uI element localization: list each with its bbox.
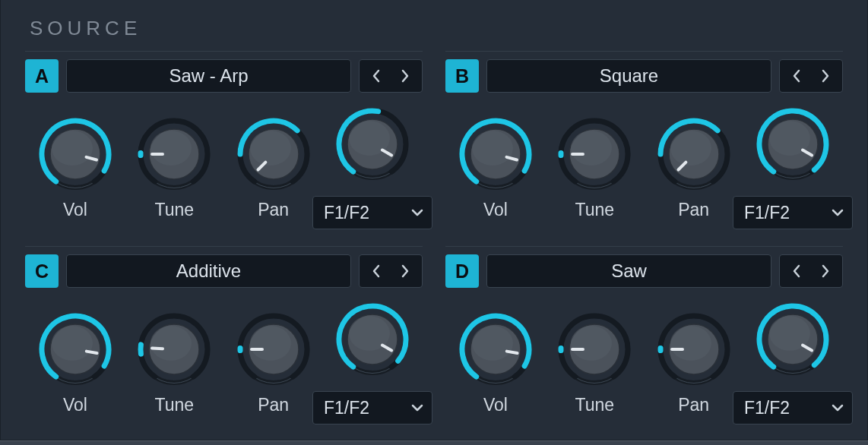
knob-cell-pan: Pan	[648, 118, 740, 220]
source-badge-c[interactable]: C	[25, 254, 59, 288]
knob-row: VolTunePanF1/F2	[25, 108, 423, 229]
source-d: DSawVolTunePanF1/F2	[445, 246, 843, 429]
source-preset-name[interactable]: Saw	[486, 254, 771, 288]
filter-knob[interactable]	[756, 303, 829, 376]
chevron-left-icon[interactable]	[787, 264, 806, 278]
source-preset-nav	[359, 254, 423, 288]
knob-label: Tune	[155, 395, 195, 415]
vol-knob[interactable]	[39, 118, 112, 191]
knob-row: VolTunePanF1/F2	[445, 108, 843, 229]
filter-route-select[interactable]: F1/F2	[733, 196, 853, 229]
svg-line-53	[87, 351, 97, 352]
knob-label: Tune	[575, 395, 615, 415]
knob-label: Vol	[63, 395, 87, 415]
filter-knob[interactable]	[756, 108, 829, 181]
knob-label: Vol	[483, 395, 508, 415]
source-badge-a[interactable]: A	[25, 59, 59, 93]
tune-knob[interactable]	[138, 118, 211, 191]
tune-knob[interactable]	[558, 313, 631, 386]
chevron-down-icon	[831, 207, 844, 218]
tune-knob[interactable]	[138, 313, 211, 386]
tune-knob[interactable]	[558, 118, 631, 191]
svg-point-28	[472, 131, 513, 166]
source-preset-name[interactable]: Square	[486, 59, 771, 93]
filter-knob[interactable]	[336, 303, 409, 376]
knob-cell-tune: Tune	[549, 313, 640, 415]
knob-row: VolTunePanF1/F2	[445, 303, 843, 424]
source-preset-nav	[359, 59, 423, 93]
chevron-left-icon[interactable]	[366, 69, 386, 83]
section-title: SOURCE	[30, 17, 843, 40]
source-c: CAdditiveVolTunePanF1/F2	[25, 246, 423, 429]
knob-cell-route: F1/F2	[747, 303, 838, 424]
filter-knob[interactable]	[336, 108, 409, 181]
knob-label: Pan	[258, 200, 289, 220]
knob-label: Pan	[678, 200, 709, 220]
svg-point-58	[150, 326, 192, 361]
source-badge-b[interactable]: B	[445, 59, 479, 93]
knob-cell-route: F1/F2	[747, 108, 838, 229]
filter-route-select[interactable]: F1/F2	[312, 196, 432, 229]
bottom-divider	[0, 440, 868, 445]
filter-route-value: F1/F2	[324, 398, 369, 418]
source-header: ASaw - Arp	[25, 59, 423, 93]
chevron-left-icon[interactable]	[366, 264, 386, 278]
pan-knob[interactable]	[237, 118, 310, 191]
chevron-right-icon[interactable]	[395, 264, 415, 278]
source-header: BSquare	[445, 59, 843, 93]
pan-knob[interactable]	[657, 118, 730, 191]
knob-cell-vol: Vol	[30, 118, 121, 220]
knob-label: Pan	[678, 395, 709, 415]
source-header: CAdditive	[25, 254, 423, 288]
filter-route-value: F1/F2	[324, 203, 369, 223]
knob-label: Vol	[483, 200, 508, 220]
vol-knob[interactable]	[459, 313, 532, 386]
knob-row: VolTunePanF1/F2	[25, 303, 423, 424]
knob-cell-pan: Pan	[648, 313, 740, 415]
knob-label: Tune	[155, 200, 195, 220]
chevron-down-icon	[410, 402, 424, 413]
svg-point-64	[250, 326, 291, 361]
chevron-down-icon	[410, 207, 424, 218]
svg-point-88	[670, 326, 711, 361]
source-preset-nav	[779, 59, 843, 93]
chevron-down-icon	[831, 402, 844, 413]
knob-cell-tune: Tune	[549, 118, 640, 220]
filter-route-select[interactable]: F1/F2	[733, 391, 853, 424]
svg-point-82	[571, 326, 612, 361]
svg-line-77	[507, 351, 518, 352]
pan-knob[interactable]	[657, 313, 730, 386]
knob-cell-vol: Vol	[30, 313, 121, 415]
vol-knob[interactable]	[39, 313, 112, 386]
knob-cell-route: F1/F2	[327, 108, 418, 229]
source-b: BSquareVolTunePanF1/F2	[445, 51, 843, 234]
vol-knob[interactable]	[459, 118, 532, 191]
chevron-left-icon[interactable]	[787, 69, 806, 83]
filter-route-select[interactable]: F1/F2	[312, 391, 432, 424]
chevron-right-icon[interactable]	[816, 264, 835, 278]
knob-cell-vol: Vol	[450, 118, 541, 220]
chevron-right-icon[interactable]	[816, 69, 835, 83]
knob-cell-vol: Vol	[450, 313, 541, 415]
svg-point-16	[250, 131, 291, 166]
source-badge-d[interactable]: D	[445, 254, 479, 288]
knob-cell-route: F1/F2	[327, 303, 418, 424]
svg-point-76	[472, 326, 513, 361]
svg-point-52	[52, 326, 93, 361]
source-preset-nav	[779, 254, 843, 288]
knob-cell-tune: Tune	[128, 313, 220, 415]
svg-point-34	[571, 131, 612, 166]
source-header: DSaw	[445, 254, 843, 288]
source-preset-name[interactable]: Saw - Arp	[66, 59, 351, 93]
svg-point-4	[52, 131, 93, 166]
svg-point-10	[150, 131, 192, 166]
knob-label: Pan	[258, 395, 289, 415]
knob-cell-pan: Pan	[228, 118, 319, 220]
source-preset-name[interactable]: Additive	[66, 254, 351, 288]
knob-cell-tune: Tune	[128, 118, 220, 220]
pan-knob[interactable]	[237, 313, 310, 386]
chevron-right-icon[interactable]	[395, 69, 415, 83]
knob-label: Vol	[63, 200, 87, 220]
filter-route-value: F1/F2	[744, 398, 790, 418]
source-panel: SOURCE ASaw - ArpVolTunePanF1/F2BSquareV…	[0, 0, 868, 440]
